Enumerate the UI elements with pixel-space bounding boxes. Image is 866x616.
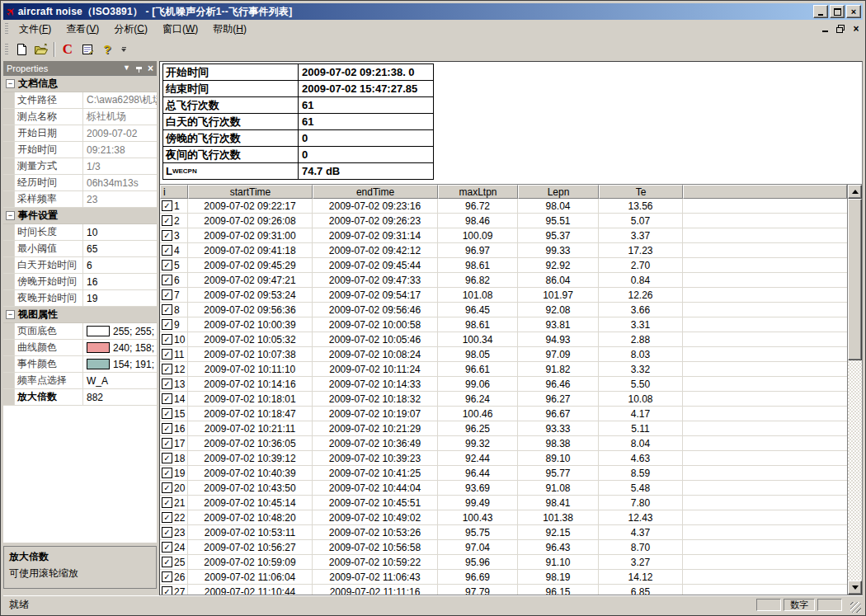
table-row[interactable]: ✓212009-07-02 10:45:142009-07-02 10:45:5… <box>160 496 847 510</box>
row-checkbox[interactable]: ✓ <box>162 393 172 404</box>
property-value[interactable]: 栎社机场 <box>83 110 157 124</box>
property-value[interactable]: 882 <box>83 392 157 403</box>
menu-item-file[interactable]: 文件(F) <box>12 21 59 38</box>
properties-button[interactable] <box>78 40 96 59</box>
row-checkbox[interactable]: ✓ <box>162 482 172 493</box>
table-row[interactable]: ✓222009-07-02 10:48:202009-07-02 10:49:0… <box>160 510 847 525</box>
property-value[interactable]: 240; 158; 15 <box>83 342 157 354</box>
column-header-lepn[interactable]: Lepn <box>518 185 599 199</box>
row-checkbox[interactable]: ✓ <box>162 527 172 538</box>
property-row[interactable]: 时间长度10 <box>3 224 157 241</box>
table-row[interactable]: ✓152009-07-02 10:18:472009-07-02 10:19:0… <box>160 407 847 421</box>
mdi-close-button[interactable]: × <box>850 23 863 35</box>
property-value[interactable]: 16 <box>83 276 157 288</box>
property-value[interactable]: W_A <box>83 375 157 387</box>
menu-item-window[interactable]: 窗口(W) <box>155 21 205 38</box>
column-header-starttime[interactable]: startTime <box>188 185 313 199</box>
table-row[interactable]: ✓172009-07-02 10:36:052009-07-02 10:36:4… <box>160 436 847 451</box>
table-row[interactable]: ✓162009-07-02 10:21:112009-07-02 10:21:2… <box>160 421 847 436</box>
row-checkbox[interactable]: ✓ <box>162 245 172 256</box>
property-value[interactable]: 06h34m13s <box>83 177 157 189</box>
collapse-icon[interactable]: − <box>6 310 15 319</box>
mdi-minimize-button[interactable] <box>818 23 831 35</box>
table-row[interactable]: ✓72009-07-02 09:53:242009-07-02 09:54:17… <box>160 288 847 303</box>
row-checkbox[interactable]: ✓ <box>162 468 172 478</box>
row-checkbox[interactable]: ✓ <box>162 497 172 508</box>
property-row[interactable]: 夜晚开始时间19 <box>3 290 157 307</box>
row-checkbox[interactable]: ✓ <box>162 408 172 419</box>
property-section-header[interactable]: −事件设置 <box>3 208 157 224</box>
property-row[interactable]: 开始时间09:21:38 <box>3 142 157 158</box>
table-row[interactable]: ✓252009-07-02 10:59:092009-07-02 10:59:2… <box>160 555 847 570</box>
table-row[interactable]: ✓92009-07-02 10:00:392009-07-02 10:00:58… <box>160 317 847 332</box>
property-row[interactable]: 经历时间06h34m13s <box>3 175 157 191</box>
row-checkbox[interactable]: ✓ <box>162 542 172 553</box>
property-value[interactable]: 65 <box>83 243 157 255</box>
row-checkbox[interactable]: ✓ <box>162 379 172 389</box>
property-value[interactable]: 255; 255; 25 <box>83 326 157 337</box>
table-row[interactable]: ✓262009-07-02 11:06:042009-07-02 11:06:4… <box>160 570 847 585</box>
new-document-button[interactable] <box>12 40 31 59</box>
table-row[interactable]: ✓192009-07-02 10:40:392009-07-02 10:41:2… <box>160 466 847 481</box>
close-button[interactable]: × <box>846 5 861 18</box>
row-checkbox[interactable]: ✓ <box>162 200 172 211</box>
property-value[interactable]: C:\awa6298\机场 <box>83 93 157 107</box>
panel-close-icon[interactable]: × <box>148 64 153 73</box>
table-row[interactable]: ✓202009-07-02 10:43:502009-07-02 10:44:0… <box>160 481 847 496</box>
table-row[interactable]: ✓242009-07-02 10:56:272009-07-02 10:56:5… <box>160 540 847 555</box>
table-row[interactable]: ✓82009-07-02 09:56:362009-07-02 09:56:46… <box>160 303 847 317</box>
property-row[interactable]: 页面底色255; 255; 25 <box>3 323 157 340</box>
table-row[interactable]: ✓232009-07-02 10:53:112009-07-02 10:53:2… <box>160 525 847 540</box>
color-swatch[interactable] <box>87 359 110 369</box>
property-row[interactable]: 测量方式1/3 <box>3 158 157 175</box>
row-checkbox[interactable]: ✓ <box>162 586 172 595</box>
help-button[interactable]: ? <box>98 40 116 59</box>
property-value[interactable]: 10 <box>83 227 157 238</box>
toolbar-overflow-button[interactable] <box>119 40 129 59</box>
minimize-button[interactable] <box>813 5 828 18</box>
row-checkbox[interactable]: ✓ <box>162 319 172 330</box>
row-checkbox[interactable]: ✓ <box>162 215 172 226</box>
row-checkbox[interactable]: ✓ <box>162 334 172 345</box>
row-checkbox[interactable]: ✓ <box>162 423 172 434</box>
property-row[interactable]: 测点名称栎社机场 <box>3 109 157 125</box>
property-value[interactable]: 19 <box>83 293 157 304</box>
property-section-header[interactable]: −视图属性 <box>3 307 157 323</box>
property-value[interactable]: 09:21:38 <box>83 144 157 156</box>
property-row[interactable]: 开始日期2009-07-02 <box>3 125 157 142</box>
table-row[interactable]: ✓132009-07-02 10:14:162009-07-02 10:14:3… <box>160 377 847 392</box>
table-row[interactable]: ✓42009-07-02 09:41:182009-07-02 09:42:12… <box>160 243 847 258</box>
property-row[interactable]: 最小阈值65 <box>3 241 157 257</box>
menubar-grip[interactable] <box>5 23 8 35</box>
table-row[interactable]: ✓102009-07-02 10:05:322009-07-02 10:05:4… <box>160 332 847 347</box>
row-checkbox[interactable]: ✓ <box>162 557 172 567</box>
property-row[interactable]: 采样频率23 <box>3 191 157 208</box>
property-row[interactable]: 傍晚开始时间16 <box>3 274 157 290</box>
row-checkbox[interactable]: ✓ <box>162 453 172 463</box>
property-row[interactable]: 频率点选择W_A <box>3 373 157 389</box>
property-row[interactable]: 放大倍数882 <box>3 389 157 406</box>
row-checkbox[interactable]: ✓ <box>162 304 172 315</box>
scroll-down-button[interactable] <box>848 581 862 595</box>
scrollbar-thumb[interactable] <box>848 199 862 360</box>
column-header-i[interactable]: i <box>160 185 188 199</box>
column-header-te[interactable]: Te <box>599 185 683 199</box>
row-checkbox[interactable]: ✓ <box>162 260 172 270</box>
column-header-maxltpn[interactable]: maxLtpn <box>438 185 518 199</box>
row-checkbox[interactable]: ✓ <box>162 571 172 582</box>
property-row[interactable]: 事件颜色154; 191; 18 <box>3 356 157 373</box>
table-row[interactable]: ✓112009-07-02 10:07:382009-07-02 10:08:2… <box>160 347 847 362</box>
row-checkbox[interactable]: ✓ <box>162 289 172 300</box>
column-header-endtime[interactable]: endTime <box>313 185 438 199</box>
pin-icon[interactable] <box>136 67 142 69</box>
table-row[interactable]: ✓62009-07-02 09:47:212009-07-02 09:47:33… <box>160 273 847 288</box>
panel-menu-chevron-icon[interactable]: ▼ <box>123 64 130 72</box>
row-checkbox[interactable]: ✓ <box>162 438 172 449</box>
row-checkbox[interactable]: ✓ <box>162 275 172 285</box>
color-swatch[interactable] <box>87 342 110 353</box>
property-row[interactable]: 白天开始时间6 <box>3 257 157 274</box>
table-row[interactable]: ✓122009-07-02 10:11:102009-07-02 10:11:2… <box>160 362 847 377</box>
table-row[interactable]: ✓272009-07-02 11:10:442009-07-02 11:11:1… <box>160 585 847 595</box>
property-value[interactable]: 154; 191; 18 <box>83 359 157 370</box>
row-checkbox[interactable]: ✓ <box>162 349 172 360</box>
